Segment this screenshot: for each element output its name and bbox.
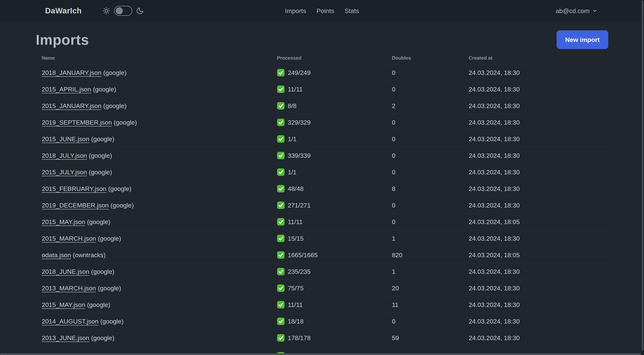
import-file-link[interactable]: 2015_JUNE.json (42, 135, 89, 142)
created-at-cell: 24.03.2024, 18:05 (469, 214, 608, 230)
import-file-link[interactable]: 2013_MARCH.json (42, 285, 96, 292)
check-mark-icon (277, 135, 285, 143)
theme-toggle-group (102, 6, 144, 16)
doubles-cell: 11 (392, 297, 469, 313)
table-row: 2015_MARCH.json(google) 15/15 1 24.03.20… (36, 230, 608, 247)
import-file-link[interactable]: 2019_DECEMBER.json (42, 202, 109, 209)
import-source: (google) (89, 152, 112, 159)
nav-link[interactable]: Imports (285, 7, 306, 14)
column-header-name: Name (36, 51, 277, 64)
import-source: (google) (98, 235, 121, 242)
table-row: 2015_JUNE.json(google) 1/1 0 24.03.2024,… (36, 131, 608, 147)
name-cell: 2014_AUGUST.json(google) (36, 313, 277, 330)
import-source: (google) (98, 285, 121, 292)
processed-cell: 178/178 (277, 330, 392, 346)
table-row: 2019_SEPTEMBER.json(google) 329/329 0 24… (36, 114, 608, 131)
created-at-cell: 24.03.2024, 18:30 (469, 330, 608, 346)
processed-count: 235/235 (288, 268, 311, 275)
import-source: (google) (110, 202, 134, 209)
doubles-cell: 0 (392, 147, 469, 164)
processed-cell: 329/329 (277, 114, 392, 131)
moon-icon (136, 7, 144, 15)
created-at-cell: 24.03.2024, 18:30 (469, 81, 608, 98)
doubles-cell: 0 (392, 81, 469, 98)
check-mark-icon (277, 102, 285, 110)
nav-link[interactable]: Stats (344, 7, 359, 14)
import-file-link[interactable]: 2019_SEPTEMBER.json (42, 119, 112, 126)
processed-cell: 15/15 (277, 230, 392, 247)
created-at-cell: 24.03.2024, 18:30 (469, 114, 608, 131)
table-row: 2018_JULY.json(google) 339/339 0 24.03.2… (36, 147, 608, 164)
processed-cell: 11/11 (277, 214, 392, 230)
import-file-link[interactable]: 2014_AUGUST.json (42, 318, 98, 325)
import-file-link[interactable]: 2015_MAY.json (42, 301, 85, 308)
import-file-link[interactable]: 2015_MAY.json (42, 218, 85, 225)
import-source: (google) (91, 135, 114, 142)
processed-cell: 235/235 (277, 263, 392, 280)
theme-toggle-switch[interactable] (114, 6, 132, 16)
column-header-created-at: Created at (469, 51, 608, 64)
column-header-doubles: Doubles (392, 51, 469, 64)
doubles-cell: 0 (392, 214, 469, 230)
import-file-link[interactable]: 2018_JULY.json (42, 152, 87, 159)
import-file-link[interactable]: 2018_JANUARY.json (42, 69, 101, 76)
doubles-cell: 0 (392, 197, 469, 214)
import-file-link[interactable]: 2015_MARCH.json (42, 235, 96, 242)
check-mark-icon (277, 317, 285, 325)
doubles-cell: 0 (392, 114, 469, 131)
table-row: 2015_APRIL.json(google) 11/11 0 24.03.20… (36, 81, 608, 98)
check-mark-icon (277, 301, 285, 309)
app-logo[interactable]: DaWarIch (45, 6, 82, 15)
processed-count: 11/11 (288, 218, 302, 226)
processed-count: 178/178 (288, 334, 311, 342)
import-file-link[interactable]: 2015_JANUARY.json (42, 102, 101, 109)
processed-cell: 1665/1665 (277, 247, 392, 263)
table-row: 2014_AUGUST.json(google) 18/18 0 24.03.2… (36, 313, 608, 330)
import-file-link[interactable]: 2013_JUNE.json (42, 334, 89, 342)
processed-count: 11/11 (288, 301, 302, 309)
table-row: 2015_FEBRUARY.json(google) 48/48 8 24.03… (36, 180, 608, 197)
import-file-link[interactable]: 2015_JULY.json (42, 169, 87, 176)
doubles-cell: 0 (392, 164, 469, 180)
doubles-cell: 1 (392, 263, 469, 280)
import-file-link[interactable]: 2015_APRIL.json (42, 86, 91, 93)
vertical-scrollbar[interactable] (642, 0, 644, 351)
name-cell: 2015_JULY.json(google) (36, 164, 277, 180)
check-mark-icon (277, 168, 285, 176)
processed-count: 11/11 (288, 86, 302, 93)
name-cell: 2015_MAY.json(google) (36, 214, 277, 230)
check-mark-icon (277, 251, 285, 259)
name-cell: 2015_MARCH.json(google) (36, 230, 277, 247)
nav-link[interactable]: Points (316, 7, 334, 14)
import-file-link[interactable]: odata.json (42, 251, 71, 259)
processed-count: 1665/1665 (288, 251, 318, 259)
name-cell: 2013_MARCH.json(google) (36, 280, 277, 297)
table-row: 2013_JUNE.json(google) 178/178 59 24.03.… (36, 330, 608, 346)
processed-count: 8/8 (288, 102, 296, 109)
import-source: (google) (93, 86, 116, 93)
processed-count: 1/1 (288, 169, 296, 176)
new-import-button[interactable]: New import (556, 30, 608, 49)
import-source: (google) (89, 169, 112, 176)
table-row: 2018_JUNE.json(google) 235/235 1 24.03.2… (36, 263, 608, 280)
import-source: (google) (87, 301, 110, 308)
horizontal-scrollbar[interactable] (0, 353, 641, 355)
import-file-link[interactable]: 2018_JUNE.json (42, 268, 89, 275)
created-at-cell: 24.03.2024, 18:05 (469, 247, 608, 263)
name-cell: 2015_JANUARY.json(google) (36, 98, 277, 114)
processed-cell: 11/11 (277, 81, 392, 98)
check-mark-icon (277, 334, 285, 342)
check-mark-icon (277, 284, 285, 292)
name-cell: 2018_JANUARY.json(google) (36, 64, 277, 81)
table-body: 2018_JANUARY.json(google) 249/249 0 24.0… (36, 64, 608, 346)
table-row: 2015_MAY.json(google) 11/11 0 24.03.2024… (36, 214, 608, 230)
check-mark-icon (277, 152, 285, 159)
user-menu[interactable]: ab@cd.com (556, 7, 598, 14)
import-file-link[interactable]: 2015_FEBRUARY.json (42, 185, 106, 192)
processed-cell: 48/48 (277, 180, 392, 197)
check-mark-icon (277, 185, 285, 193)
table-row: 2015_JANUARY.json(google) 8/8 2 24.03.20… (36, 98, 608, 114)
imports-table: Name Processed Doubles Created at 2018_J… (36, 51, 608, 346)
processed-count: 271/271 (288, 202, 311, 209)
name-cell: 2018_JULY.json(google) (36, 147, 277, 164)
